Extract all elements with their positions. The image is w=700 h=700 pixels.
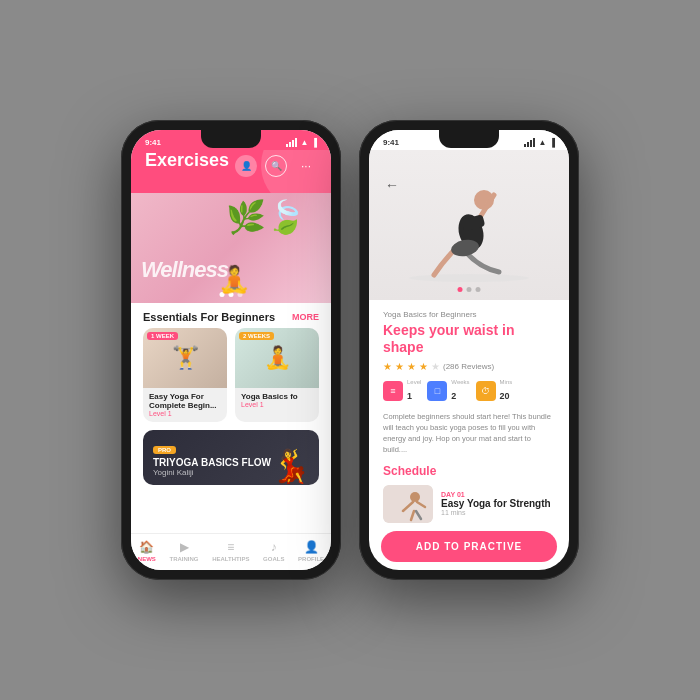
schedule-name-1: Easy Yoga for Strength <box>441 498 551 509</box>
search-icon: 🔍 <box>271 161 282 171</box>
mins-icon: ⏱ <box>476 381 496 401</box>
schedule-item-1[interactable]: DAY 01 Easy Yoga for Strength 11 mins <box>383 485 555 523</box>
phone-right: 9:41 ▲ ▐ <box>359 120 579 580</box>
card-2-image: 🧘 2 WEEKS <box>235 328 319 388</box>
phone1-header: Exercises 👤 🔍 ··· <box>131 150 331 193</box>
hero-banner: 🌿🍃 🧘 Wellness <box>131 193 331 303</box>
schedule-day-1: DAY 01 <box>441 491 551 498</box>
nav-profile-label: PROFILE <box>298 556 324 562</box>
battery-icon-right: ▐ <box>549 138 555 147</box>
home-icon: 🏠 <box>139 540 154 554</box>
svg-point-7 <box>410 492 420 502</box>
nav-training-label: TRAINING <box>170 556 199 562</box>
schedule-thumb-1 <box>383 485 433 523</box>
signal-icon <box>286 138 297 147</box>
section-title: Essentials For Beginners <box>143 311 275 323</box>
star-1: ★ <box>383 361 392 372</box>
cards-row: 🏋️ 1 WEEK Easy Yoga For Complete Begin..… <box>131 328 331 422</box>
nav-healthtips-label: HEALTHTIPS <box>212 556 249 562</box>
hero-dot-1 <box>458 287 463 292</box>
schedule-info-1: DAY 01 Easy Yoga for Strength 11 mins <box>441 491 551 516</box>
card-2-name: Yoga Basics fo <box>241 392 313 401</box>
star-2: ★ <box>395 361 404 372</box>
phone-left-screen: 9:41 ▲ ▐ Exercises <box>131 130 331 570</box>
nav-goals-label: GOALS <box>263 556 284 562</box>
nav-news-label: NEWS <box>138 556 156 562</box>
star-4: ★ <box>419 361 428 372</box>
pro-section[interactable]: PRO TRIYOGA BASICS FLOW Yogini Kaliji 💃 <box>143 430 319 485</box>
nav-profile[interactable]: 👤 PROFILE <box>298 540 324 562</box>
description: Complete beginners should start here! Th… <box>383 411 555 456</box>
card-1-badge: 1 WEEK <box>147 332 178 340</box>
card-2-level: Level 1 <box>241 401 313 408</box>
stats-row: ≡ Level 1 □ Weeks 2 ⏱ <box>383 379 555 403</box>
list-icon: ≡ <box>227 540 234 554</box>
wifi-icon-right: ▲ <box>538 138 546 147</box>
weeks-label: Weeks <box>451 379 469 385</box>
weeks-icon: □ <box>427 381 447 401</box>
pro-subtitle: Yogini Kaliji <box>153 468 271 477</box>
more-link[interactable]: MORE <box>292 312 319 322</box>
card-1-name: Easy Yoga For Complete Begin... <box>149 392 221 410</box>
weeks-value: 2 <box>451 391 456 401</box>
level-value: 1 <box>407 391 412 401</box>
notch-right <box>439 130 499 148</box>
card-1-image: 🏋️ 1 WEEK <box>143 328 227 388</box>
hero-carousel-dots <box>458 287 481 292</box>
search-button[interactable]: 🔍 <box>265 155 287 177</box>
nav-training[interactable]: ▶ TRAINING <box>170 540 199 562</box>
content-subtitle: Yoga Basics for Beginners <box>383 310 555 319</box>
time-right: 9:41 <box>383 138 399 147</box>
star-3: ★ <box>407 361 416 372</box>
svg-point-0 <box>409 274 529 282</box>
nav-healthtips[interactable]: ≡ HEALTHTIPS <box>212 540 249 562</box>
bottom-nav: 🏠 NEWS ▶ TRAINING ≡ HEALTHTIPS ♪ GOALS 👤 <box>131 533 331 570</box>
back-button[interactable]: ← <box>381 174 403 196</box>
content-main-title: Keeps your waist in shape <box>383 322 555 356</box>
play-icon: ▶ <box>180 540 189 554</box>
hero-image <box>369 150 569 300</box>
battery-icon: ▐ <box>311 138 317 147</box>
signal-icon-right <box>524 138 535 147</box>
nav-news[interactable]: 🏠 NEWS <box>138 540 156 562</box>
more-button[interactable]: ··· <box>295 155 317 177</box>
add-to-practice-button[interactable]: ADD TO PRACTIVE <box>381 531 557 562</box>
stat-level: ≡ Level 1 <box>383 379 421 403</box>
phone2-content: Yoga Basics for Beginners Keeps your wai… <box>369 300 569 541</box>
level-icon: ≡ <box>383 381 403 401</box>
profile-icon: 👤 <box>304 540 319 554</box>
reviews-count: (286 Reviews) <box>443 362 494 371</box>
mins-value: 20 <box>500 391 510 401</box>
mins-label: Mins <box>500 379 513 385</box>
stat-weeks: □ Weeks 2 <box>427 379 469 403</box>
rating-row: ★ ★ ★ ★ ★ (286 Reviews) <box>383 361 555 372</box>
notch-left <box>201 130 261 148</box>
card-1[interactable]: 🏋️ 1 WEEK Easy Yoga For Complete Begin..… <box>143 328 227 422</box>
wifi-icon: ▲ <box>300 138 308 147</box>
plant-decoration: 🌿🍃 <box>226 198 306 236</box>
yoga-svg <box>389 160 549 290</box>
back-icon: ← <box>385 177 399 193</box>
section-header: Essentials For Beginners MORE <box>131 303 331 328</box>
card-2-badge: 2 WEEKS <box>239 332 274 340</box>
schedule-duration-1: 11 mins <box>441 509 551 516</box>
time-left: 9:41 <box>145 138 161 147</box>
card-1-level: Level 1 <box>149 410 221 417</box>
status-icons-right: ▲ ▐ <box>524 138 555 147</box>
phone2-hero: ← <box>369 150 569 300</box>
schedule-yoga-svg <box>383 485 433 523</box>
pro-person: 💃 <box>271 447 311 485</box>
hero-dot-3 <box>476 287 481 292</box>
more-icon: ··· <box>301 159 311 173</box>
level-label: Level <box>407 379 421 385</box>
nav-goals[interactable]: ♪ GOALS <box>263 540 284 562</box>
avatar-button[interactable]: 👤 <box>235 155 257 177</box>
svg-rect-6 <box>383 485 433 523</box>
stat-mins: ⏱ Mins 20 <box>476 379 513 403</box>
star-5: ★ <box>431 361 440 372</box>
schedule-title: Schedule <box>383 464 555 478</box>
pro-badge: PRO <box>153 446 176 454</box>
page-title: Exercises <box>145 150 229 171</box>
card-2[interactable]: 🧘 2 WEEKS Yoga Basics fo Level 1 <box>235 328 319 422</box>
goals-icon: ♪ <box>271 540 277 554</box>
